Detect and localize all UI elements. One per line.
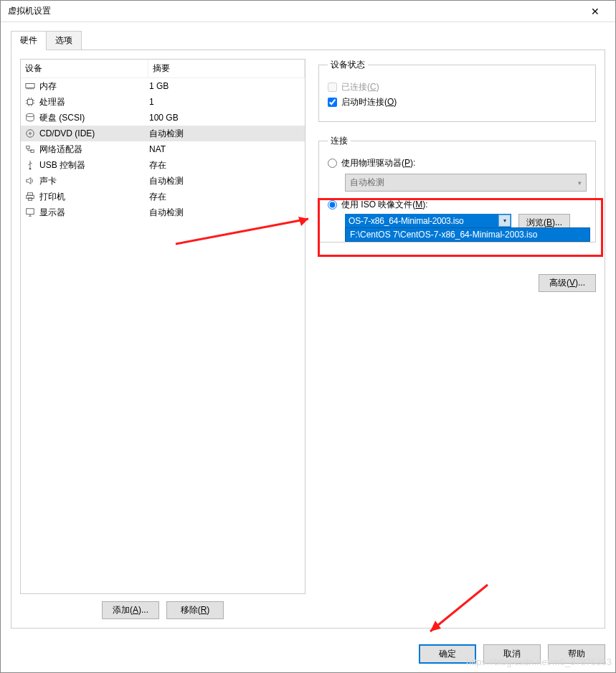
table-row[interactable]: 显示器 自动检测: [21, 204, 305, 220]
connect-on-power-row: 启动时连接(O): [328, 96, 587, 108]
use-physical-radio[interactable]: [328, 159, 337, 168]
iso-combobox[interactable]: OS-7-x86_64-Minimal-2003.iso ▾ F:\CentOS…: [345, 214, 511, 228]
sound-icon: [24, 175, 37, 187]
table-row[interactable]: USB 控制器 存在: [21, 157, 305, 173]
table-header: 设备 摘要: [21, 60, 305, 78]
use-physical-label: 使用物理驱动器(P):: [341, 157, 415, 169]
device-name: CD/DVD (IDE): [38, 128, 149, 138]
auto-detect-text: 自动检测: [350, 177, 384, 189]
device-name: 网络适配器: [38, 143, 149, 156]
advanced-button[interactable]: 高级(V)...: [539, 274, 596, 292]
iso-block: OS-7-x86_64-Minimal-2003.iso ▾ F:\CentOS…: [345, 214, 587, 232]
window-title: 虚拟机设置: [8, 5, 51, 17]
right-column: 设备状态 已连接(C) 启动时连接(O) 连接 使用物理驱动器(P):: [318, 59, 596, 619]
advanced-wrap: 高级(V)...: [318, 274, 596, 292]
svg-point-7: [29, 168, 32, 170]
iso-combo-row: OS-7-x86_64-Minimal-2003.iso ▾ F:\CentOS…: [345, 214, 587, 232]
th-summary[interactable]: 摘要: [148, 60, 305, 77]
tabstrip: 硬件 选项: [11, 31, 605, 50]
table-row[interactable]: 网络适配器 NAT: [21, 141, 305, 157]
tab-options-label: 选项: [55, 35, 72, 45]
usb-icon: [24, 159, 37, 171]
net-icon: [24, 143, 37, 155]
device-summary: 100 GB: [149, 113, 305, 123]
vm-settings-window: 虚拟机设置 ✕ 硬件 选项 设备 摘要 内存 1 GB: [0, 0, 616, 673]
left-column: 设备 摘要 内存 1 GB 处理器 1 硬盘: [20, 59, 305, 619]
cpu-icon: [24, 96, 37, 108]
physical-drive-disabled-select: 自动检测 ▾: [345, 174, 587, 192]
svg-rect-5: [27, 146, 29, 149]
connect-on-power-label: 启动时连接(O): [341, 96, 397, 108]
device-status-group: 设备状态 已连接(C) 启动时连接(O): [318, 59, 596, 122]
device-summary: 存在: [149, 191, 305, 203]
hardware-panel: 设备 摘要 内存 1 GB 处理器 1 硬盘: [11, 50, 605, 629]
tab-hardware-label: 硬件: [20, 35, 37, 45]
svg-point-4: [29, 133, 32, 135]
device-name: USB 控制器: [38, 159, 149, 171]
disc-icon: [24, 128, 37, 139]
device-status-legend: 设备状态: [328, 59, 368, 71]
device-summary: 自动检测: [149, 128, 305, 140]
svg-point-2: [27, 113, 34, 116]
remove-button[interactable]: 移除(R): [166, 601, 224, 619]
close-icon[interactable]: ✕: [581, 1, 610, 22]
connection-legend: 连接: [328, 135, 351, 147]
table-row[interactable]: 内存 1 GB: [21, 78, 305, 94]
titlebar: 虚拟机设置 ✕: [1, 1, 615, 22]
device-name: 内存: [38, 80, 149, 93]
device-name: 声卡: [38, 175, 149, 187]
use-physical-row: 使用物理驱动器(P):: [328, 157, 587, 169]
memory-icon: [24, 80, 37, 92]
printer-icon: [24, 191, 37, 202]
device-summary: 1 GB: [149, 81, 305, 91]
svg-rect-1: [28, 100, 33, 105]
connected-checkbox: [328, 83, 337, 92]
watermark: https://blog.csdn.net/m0_37876353: [466, 656, 612, 667]
add-button[interactable]: 添加(A)...: [102, 601, 159, 619]
chevron-down-icon: ▾: [578, 179, 582, 187]
device-summary: NAT: [149, 144, 305, 154]
svg-rect-0: [26, 84, 34, 88]
table-row[interactable]: CD/DVD (IDE) 自动检测: [21, 126, 305, 141]
th-device[interactable]: 设备: [21, 60, 148, 77]
content-area: 硬件 选项 设备 摘要 内存 1 GB 处理器: [1, 22, 615, 639]
connect-on-power-checkbox[interactable]: [328, 98, 337, 107]
svg-rect-8: [28, 193, 33, 196]
table-row[interactable]: 处理器 1: [21, 94, 305, 110]
connection-group: 连接 使用物理驱动器(P): 自动检测 ▾ 使用 ISO 映像文件(M):: [318, 135, 596, 243]
use-iso-label: 使用 ISO 映像文件(M):: [341, 199, 428, 211]
svg-rect-11: [27, 209, 34, 215]
use-iso-radio[interactable]: [328, 200, 337, 210]
device-name: 打印机: [38, 191, 149, 203]
device-name: 硬盘 (SCSI): [38, 112, 149, 124]
device-summary: 存在: [149, 159, 305, 171]
device-buttons: 添加(A)... 移除(R): [20, 601, 305, 619]
display-icon: [24, 207, 37, 218]
iso-dropdown-item[interactable]: F:\CentOS 7\CentOS-7-x86_64-Minimal-2003…: [345, 227, 590, 242]
iso-input[interactable]: OS-7-x86_64-Minimal-2003.iso: [345, 214, 511, 228]
connected-label: 已连接(C): [341, 81, 379, 93]
disk-icon: [24, 112, 37, 123]
table-row[interactable]: 声卡 自动检测: [21, 173, 305, 189]
tab-hardware[interactable]: 硬件: [11, 31, 47, 50]
device-summary: 自动检测: [149, 175, 305, 187]
table-row[interactable]: 硬盘 (SCSI) 100 GB: [21, 110, 305, 126]
connected-checkbox-row: 已连接(C): [328, 81, 587, 93]
device-name: 显示器: [38, 207, 149, 219]
tab-options[interactable]: 选项: [46, 31, 82, 50]
device-name: 处理器: [38, 96, 149, 108]
use-iso-row: 使用 ISO 映像文件(M):: [328, 199, 587, 211]
table-row[interactable]: 打印机 存在: [21, 189, 305, 204]
device-table: 设备 摘要 内存 1 GB 处理器 1 硬盘: [20, 59, 305, 594]
device-summary: 1: [149, 97, 305, 107]
physical-drive-select: 自动检测 ▾: [345, 174, 587, 192]
svg-point-3: [27, 130, 34, 138]
device-summary: 自动检测: [149, 207, 305, 219]
chevron-down-icon[interactable]: ▾: [498, 215, 511, 227]
